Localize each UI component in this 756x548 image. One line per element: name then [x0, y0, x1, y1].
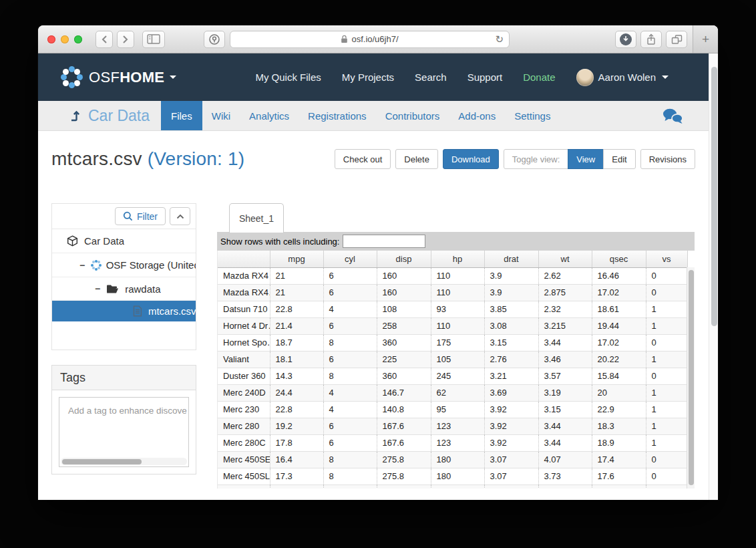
cell: 16.4 — [270, 451, 323, 468]
cell: 22.8 — [270, 401, 323, 418]
project-title-link[interactable]: Car Data — [88, 101, 150, 130]
tab-contributors[interactable]: Contributors — [379, 101, 447, 130]
scrollbar-thumb[interactable] — [711, 67, 717, 326]
cell: 17.02 — [592, 284, 646, 301]
filter-button[interactable]: Filter — [115, 207, 166, 225]
tree-item-storage[interactable]: − OSF Storage (United … — [52, 253, 196, 277]
new-tab-button[interactable]: + — [693, 25, 718, 53]
sidebar-toggle-button[interactable] — [142, 31, 165, 48]
tree-item-file-selected[interactable]: mtcars.csv — [52, 301, 196, 321]
nav-search[interactable]: Search — [415, 72, 447, 83]
tree-item-folder[interactable]: − rawdata — [52, 277, 196, 301]
cell: 1 — [646, 301, 687, 317]
cell: 245 — [431, 368, 484, 384]
horizontal-scrollbar[interactable] — [61, 458, 187, 465]
cell: 4 — [323, 384, 377, 401]
cell: 0 — [646, 451, 687, 468]
cell: 3.57 — [538, 368, 592, 384]
zoom-window-button[interactable] — [74, 35, 82, 43]
column-header: disp — [377, 251, 431, 267]
table-scrollbar[interactable] — [687, 267, 695, 489]
cell: 180 — [431, 451, 484, 468]
minimize-window-button[interactable] — [61, 35, 69, 43]
cell: 167.6 — [377, 434, 431, 451]
tree-item-project[interactable]: Car Data — [52, 229, 196, 253]
column-header: mpg — [270, 251, 323, 267]
password-extension-button[interactable] — [204, 31, 225, 48]
cell: 2.32 — [538, 301, 592, 317]
cell: 3.07 — [484, 451, 538, 468]
close-window-button[interactable] — [47, 35, 55, 43]
nav-my-quick-files[interactable]: My Quick Files — [255, 72, 321, 83]
address-bar[interactable]: osf.io/u6jh7/ ↻ — [230, 31, 510, 48]
cell: 6 — [323, 267, 377, 284]
row-filter-input[interactable] — [343, 235, 425, 248]
back-button[interactable] — [96, 31, 113, 48]
downloads-button[interactable] — [615, 31, 636, 48]
cell: 24.4 — [270, 384, 323, 401]
reload-icon[interactable]: ↻ — [495, 32, 504, 47]
nav-support[interactable]: Support — [467, 72, 503, 83]
table-header-row: mpg cyl disp hp drat wt qsec vs — [218, 251, 687, 267]
page-content: mtcars.csv (Version: 1) Check out Delete… — [38, 131, 718, 500]
revisions-button[interactable]: Revisions — [640, 149, 695, 169]
sheet-tab[interactable]: Sheet_1 — [229, 203, 284, 233]
tab-settings[interactable]: Settings — [508, 101, 557, 130]
cell: 21 — [270, 284, 323, 301]
cell: 3.215 — [538, 317, 592, 334]
cell: 17.8 — [270, 434, 323, 451]
tab-analytics[interactable]: Analytics — [242, 101, 296, 130]
delete-button[interactable]: Delete — [395, 149, 438, 169]
cell: 258 — [377, 317, 431, 334]
view-button[interactable]: View — [568, 149, 604, 169]
row-filter-label: Show rows with cells including: — [220, 237, 339, 247]
cell: 1 — [646, 434, 687, 451]
cell: 3.85 — [484, 301, 538, 317]
tab-registrations[interactable]: Registrations — [301, 101, 373, 130]
cell: 21.4 — [270, 317, 323, 334]
subnav-spacer — [560, 101, 662, 130]
osf-home-menu[interactable]: OSFHOME — [60, 66, 176, 89]
cell: 8 — [323, 451, 377, 468]
page-scrollbar[interactable] — [709, 53, 718, 500]
edit-button[interactable]: Edit — [603, 149, 635, 169]
scrollbar-thumb[interactable] — [689, 270, 694, 485]
cell: 19.44 — [592, 317, 646, 334]
toggle-view-group: Toggle view: View Edit — [504, 149, 636, 169]
cell: 18.1 — [270, 351, 323, 368]
scrollbar-thumb[interactable] — [62, 459, 142, 464]
comments-icon[interactable] — [662, 101, 683, 130]
tags-body: Add a tag to enhance discove — [52, 390, 196, 474]
download-circle-icon — [620, 33, 632, 45]
tab-wiki[interactable]: Wiki — [205, 101, 237, 130]
tab-addons[interactable]: Add-ons — [451, 101, 502, 130]
top-navigation: My Quick Files My Projects Search Suppor… — [255, 69, 669, 86]
collapse-minus-icon[interactable]: − — [95, 283, 100, 294]
cell: 146.7 — [377, 384, 431, 401]
level-up-icon[interactable] — [69, 101, 79, 130]
nav-donate[interactable]: Donate — [523, 72, 555, 83]
project-navbar: Car Data Files Wiki Analytics Registrati… — [38, 101, 718, 131]
tags-title: Tags — [52, 366, 196, 390]
cell: 1 — [646, 384, 687, 401]
viewer-toolbar: Show rows with cells including: — [217, 232, 695, 251]
tag-input[interactable]: Add a tag to enhance discove — [59, 397, 189, 467]
forward-button[interactable] — [117, 31, 134, 48]
tree-item-label: mtcars.csv — [148, 305, 196, 317]
user-menu[interactable]: Aaron Wolen — [576, 69, 669, 86]
data-table: mpg cyl disp hp drat wt qsec vs M — [217, 251, 695, 489]
tab-files[interactable]: Files — [161, 101, 202, 130]
cell: Merc 240D — [218, 384, 270, 401]
cell: 6 — [323, 351, 377, 368]
cell: 160 — [377, 267, 431, 284]
cell: 110 — [431, 317, 484, 334]
download-button[interactable]: Download — [443, 149, 499, 169]
share-button[interactable] — [640, 31, 662, 48]
collapse-panel-button[interactable] — [170, 207, 190, 225]
tabs-overview-button[interactable] — [666, 31, 687, 48]
check-out-button[interactable]: Check out — [335, 149, 391, 169]
cell: 6 — [323, 434, 377, 451]
cell: 167.6 — [377, 418, 431, 434]
nav-my-projects[interactable]: My Projects — [342, 72, 394, 83]
collapse-minus-icon[interactable]: − — [79, 260, 85, 271]
